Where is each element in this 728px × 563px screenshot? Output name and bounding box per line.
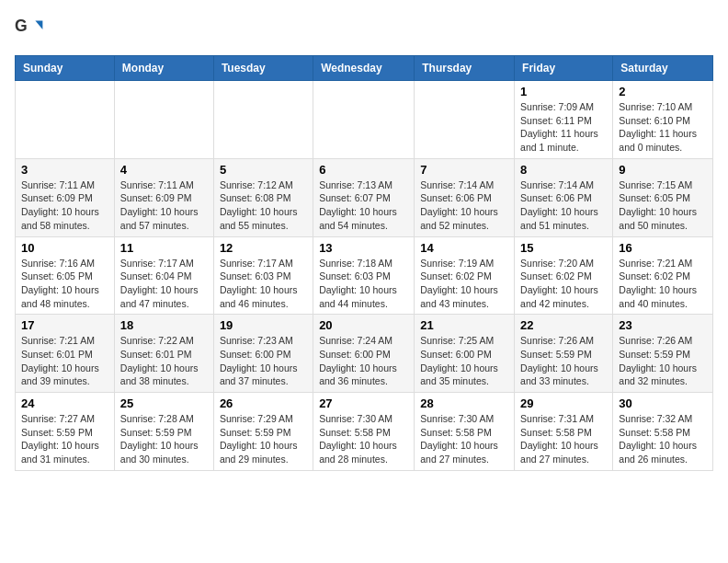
- day-info: Sunrise: 7:26 AM Sunset: 5:59 PM Dayligh…: [619, 334, 707, 388]
- day-number: 4: [120, 163, 208, 177]
- calendar-cell: [415, 81, 515, 159]
- svg-marker-1: [35, 20, 42, 29]
- day-number: 29: [520, 396, 607, 410]
- day-info: Sunrise: 7:30 AM Sunset: 5:58 PM Dayligh…: [319, 412, 408, 466]
- day-number: 22: [520, 318, 607, 332]
- calendar-cell: 11Sunrise: 7:17 AM Sunset: 6:04 PM Dayli…: [114, 236, 213, 315]
- day-info: Sunrise: 7:22 AM Sunset: 6:01 PM Dayligh…: [120, 334, 208, 388]
- day-number: 16: [619, 241, 707, 255]
- day-info: Sunrise: 7:21 AM Sunset: 6:01 PM Dayligh…: [21, 334, 108, 388]
- day-info: Sunrise: 7:09 AM Sunset: 6:11 PM Dayligh…: [520, 100, 607, 155]
- day-info: Sunrise: 7:31 AM Sunset: 5:58 PM Dayligh…: [520, 412, 607, 466]
- calendar-week-row: 10Sunrise: 7:16 AM Sunset: 6:05 PM Dayli…: [16, 236, 713, 315]
- day-number: 10: [21, 241, 108, 255]
- calendar-week-row: 1Sunrise: 7:09 AM Sunset: 6:11 PM Daylig…: [16, 81, 713, 159]
- day-number: 27: [319, 396, 408, 410]
- day-info: Sunrise: 7:18 AM Sunset: 6:03 PM Dayligh…: [319, 257, 408, 311]
- day-info: Sunrise: 7:17 AM Sunset: 6:03 PM Dayligh…: [220, 257, 307, 311]
- day-info: Sunrise: 7:30 AM Sunset: 5:58 PM Dayligh…: [420, 412, 508, 466]
- day-number: 20: [319, 318, 408, 332]
- calendar-cell: 2Sunrise: 7:10 AM Sunset: 6:10 PM Daylig…: [613, 81, 713, 159]
- day-info: Sunrise: 7:17 AM Sunset: 6:04 PM Dayligh…: [120, 257, 208, 311]
- day-info: Sunrise: 7:11 AM Sunset: 6:09 PM Dayligh…: [21, 178, 108, 233]
- day-number: 13: [319, 241, 408, 255]
- calendar-cell: 5Sunrise: 7:12 AM Sunset: 6:08 PM Daylig…: [213, 158, 313, 236]
- calendar-cell: 3Sunrise: 7:11 AM Sunset: 6:09 PM Daylig…: [16, 158, 115, 236]
- calendar-cell: 30Sunrise: 7:32 AM Sunset: 5:58 PM Dayli…: [613, 393, 713, 471]
- calendar-cell: 12Sunrise: 7:17 AM Sunset: 6:03 PM Dayli…: [213, 236, 313, 315]
- calendar-cell: 28Sunrise: 7:30 AM Sunset: 5:58 PM Dayli…: [415, 393, 515, 471]
- day-info: Sunrise: 7:20 AM Sunset: 6:02 PM Dayligh…: [520, 257, 607, 311]
- calendar-cell: 8Sunrise: 7:14 AM Sunset: 6:06 PM Daylig…: [515, 158, 613, 236]
- calendar-header-wednesday: Wednesday: [313, 56, 415, 81]
- calendar-cell: 22Sunrise: 7:26 AM Sunset: 5:59 PM Dayli…: [515, 315, 613, 393]
- calendar-cell: 10Sunrise: 7:16 AM Sunset: 6:05 PM Dayli…: [16, 236, 115, 315]
- svg-text:G: G: [15, 17, 28, 35]
- calendar-cell: [16, 81, 115, 159]
- day-info: Sunrise: 7:16 AM Sunset: 6:05 PM Dayligh…: [21, 257, 108, 311]
- day-number: 28: [420, 396, 508, 410]
- day-number: 15: [520, 241, 607, 255]
- calendar-header-saturday: Saturday: [613, 56, 713, 81]
- logo: G: [15, 15, 48, 44]
- calendar-cell: [313, 81, 415, 159]
- calendar-cell: 19Sunrise: 7:23 AM Sunset: 6:00 PM Dayli…: [213, 315, 313, 393]
- day-number: 25: [120, 396, 208, 410]
- calendar-week-row: 24Sunrise: 7:27 AM Sunset: 5:59 PM Dayli…: [16, 393, 713, 471]
- calendar-cell: 23Sunrise: 7:26 AM Sunset: 5:59 PM Dayli…: [613, 315, 713, 393]
- calendar-header-sunday: Sunday: [16, 56, 115, 81]
- day-info: Sunrise: 7:14 AM Sunset: 6:06 PM Dayligh…: [520, 178, 607, 233]
- calendar-cell: 18Sunrise: 7:22 AM Sunset: 6:01 PM Dayli…: [114, 315, 213, 393]
- calendar-week-row: 3Sunrise: 7:11 AM Sunset: 6:09 PM Daylig…: [16, 158, 713, 236]
- calendar-header-row: SundayMondayTuesdayWednesdayThursdayFrid…: [16, 56, 713, 81]
- calendar-cell: [213, 81, 313, 159]
- page-header: G: [15, 15, 713, 44]
- calendar-cell: 1Sunrise: 7:09 AM Sunset: 6:11 PM Daylig…: [515, 81, 613, 159]
- day-number: 23: [619, 318, 707, 332]
- day-number: 2: [619, 85, 707, 98]
- calendar-header-thursday: Thursday: [415, 56, 515, 81]
- day-info: Sunrise: 7:32 AM Sunset: 5:58 PM Dayligh…: [619, 412, 707, 466]
- day-number: 30: [619, 396, 707, 410]
- calendar-cell: 15Sunrise: 7:20 AM Sunset: 6:02 PM Dayli…: [515, 236, 613, 315]
- day-number: 26: [220, 396, 307, 410]
- logo-icon: G: [15, 15, 44, 44]
- calendar-cell: 7Sunrise: 7:14 AM Sunset: 6:06 PM Daylig…: [415, 158, 515, 236]
- day-info: Sunrise: 7:24 AM Sunset: 6:00 PM Dayligh…: [319, 334, 408, 388]
- day-info: Sunrise: 7:13 AM Sunset: 6:07 PM Dayligh…: [319, 178, 408, 233]
- day-number: 7: [420, 163, 508, 177]
- calendar-header-monday: Monday: [114, 56, 213, 81]
- day-info: Sunrise: 7:23 AM Sunset: 6:00 PM Dayligh…: [220, 334, 307, 388]
- day-number: 6: [319, 163, 408, 177]
- calendar-cell: 26Sunrise: 7:29 AM Sunset: 5:59 PM Dayli…: [213, 393, 313, 471]
- calendar-cell: 29Sunrise: 7:31 AM Sunset: 5:58 PM Dayli…: [515, 393, 613, 471]
- day-number: 3: [21, 163, 108, 177]
- day-number: 24: [21, 396, 108, 410]
- calendar-cell: 6Sunrise: 7:13 AM Sunset: 6:07 PM Daylig…: [313, 158, 415, 236]
- calendar-cell: 4Sunrise: 7:11 AM Sunset: 6:09 PM Daylig…: [114, 158, 213, 236]
- day-info: Sunrise: 7:19 AM Sunset: 6:02 PM Dayligh…: [420, 257, 508, 311]
- calendar-cell: 27Sunrise: 7:30 AM Sunset: 5:58 PM Dayli…: [313, 393, 415, 471]
- calendar-week-row: 17Sunrise: 7:21 AM Sunset: 6:01 PM Dayli…: [16, 315, 713, 393]
- calendar-cell: 24Sunrise: 7:27 AM Sunset: 5:59 PM Dayli…: [16, 393, 115, 471]
- day-number: 14: [420, 241, 508, 255]
- day-number: 12: [220, 241, 307, 255]
- day-info: Sunrise: 7:10 AM Sunset: 6:10 PM Dayligh…: [619, 100, 707, 155]
- day-info: Sunrise: 7:26 AM Sunset: 5:59 PM Dayligh…: [520, 334, 607, 388]
- day-number: 8: [520, 163, 607, 177]
- calendar-cell: [114, 81, 213, 159]
- day-number: 19: [220, 318, 307, 332]
- day-number: 21: [420, 318, 508, 332]
- day-number: 11: [120, 241, 208, 255]
- day-info: Sunrise: 7:27 AM Sunset: 5:59 PM Dayligh…: [21, 412, 108, 466]
- calendar-cell: 14Sunrise: 7:19 AM Sunset: 6:02 PM Dayli…: [415, 236, 515, 315]
- calendar-cell: 9Sunrise: 7:15 AM Sunset: 6:05 PM Daylig…: [613, 158, 713, 236]
- calendar-cell: 17Sunrise: 7:21 AM Sunset: 6:01 PM Dayli…: [16, 315, 115, 393]
- day-number: 5: [220, 163, 307, 177]
- day-info: Sunrise: 7:29 AM Sunset: 5:59 PM Dayligh…: [220, 412, 307, 466]
- day-number: 9: [619, 163, 707, 177]
- day-number: 1: [520, 85, 607, 98]
- day-number: 18: [120, 318, 208, 332]
- day-info: Sunrise: 7:12 AM Sunset: 6:08 PM Dayligh…: [220, 178, 307, 233]
- day-info: Sunrise: 7:25 AM Sunset: 6:00 PM Dayligh…: [420, 334, 508, 388]
